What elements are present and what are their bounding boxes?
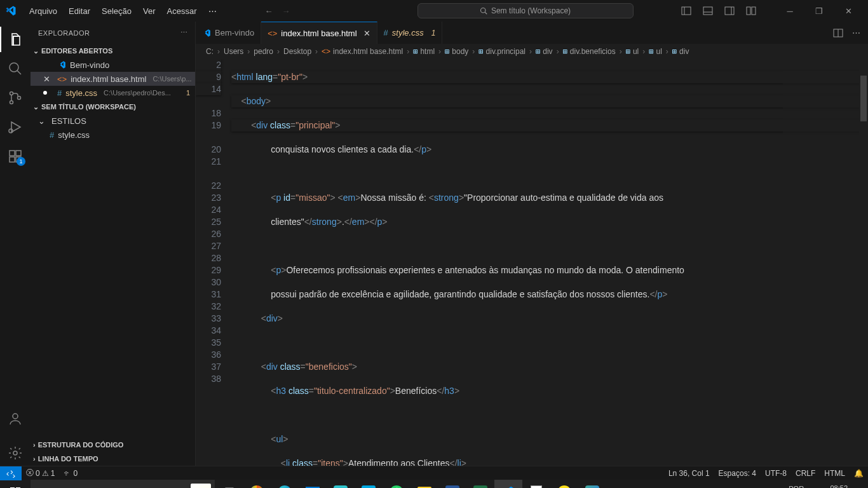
bc-pedro[interactable]: pedro	[254, 47, 273, 56]
maximize-button[interactable]: ❐	[804, 0, 834, 22]
section-workspace[interactable]: ⌄ SEM TÍTULO (WORKSPACE)	[31, 100, 195, 114]
menu-more[interactable]: ⋯	[203, 4, 222, 18]
bc-ul2[interactable]: ⊞ ul	[649, 47, 662, 56]
status-notifications[interactable]: 🔔	[850, 469, 868, 478]
activity-explorer[interactable]	[0, 27, 31, 52]
app-photos-icon[interactable]	[578, 480, 606, 488]
status-language[interactable]: HTML	[820, 469, 850, 478]
close-icon[interactable]: ✕	[363, 29, 370, 38]
app-norton-icon[interactable]: ✓	[550, 480, 578, 488]
tab-index[interactable]: <> index.html base.html ✕	[261, 22, 377, 44]
app-prime-icon[interactable]: prime	[355, 480, 383, 488]
split-editor-icon[interactable]	[833, 28, 843, 38]
bc-div[interactable]: ⊞ div	[536, 47, 553, 56]
menu-editar[interactable]: Editar	[64, 4, 95, 18]
explorer-more-icon[interactable]: ⋯	[180, 29, 188, 37]
app-notepad-icon[interactable]	[522, 480, 550, 488]
search-text: Sem título (Workspace)	[491, 6, 571, 15]
menu-acessar[interactable]: Acessar	[162, 4, 202, 18]
minimize-button[interactable]: ─	[775, 0, 804, 22]
status-spaces[interactable]: Espaços: 4	[714, 469, 761, 478]
bc-desktop[interactable]: Desktop	[283, 47, 311, 56]
bc-html[interactable]: ⊞ html	[413, 47, 435, 56]
open-editor-index[interactable]: ✕ <> index.html base.html C:\Users\p...	[31, 72, 195, 86]
open-editor-stylecss[interactable]: # style.css C:\Users\pedro\Des... 1	[31, 86, 195, 100]
svg-rect-8	[747, 7, 750, 15]
app-explorer-icon[interactable]	[410, 480, 438, 488]
activity-accounts[interactable]	[0, 406, 31, 431]
close-button[interactable]: ✕	[834, 0, 863, 22]
layout-icon-3[interactable]	[724, 6, 735, 16]
activity-settings[interactable]	[0, 440, 31, 466]
open-editor-label: Bem-vindo	[70, 60, 109, 70]
vscode-logo-icon	[5, 5, 17, 17]
nav-forward-icon[interactable]: →	[282, 6, 290, 16]
tag-icon: ⊞	[672, 47, 677, 56]
tag-icon: ⊞	[478, 47, 483, 56]
app-edge-icon[interactable]	[271, 480, 299, 488]
tab-stylecss[interactable]: # style.css 1	[377, 22, 443, 44]
menu-arquivo[interactable]: Arquivo	[24, 4, 62, 18]
app-vscode-icon[interactable]	[494, 480, 522, 488]
section-outline[interactable]: › ESTRUTURA DO CÓDIGO	[31, 438, 195, 452]
tab-label: Bem-vindo	[215, 28, 254, 37]
minimap[interactable]	[783, 59, 859, 440]
tray-language[interactable]: PORPTB2	[787, 485, 805, 488]
line-gutter: 2 9 14 18 19 20 21 22 23 24 25 26 27 28 …	[196, 59, 231, 466]
breadcrumb[interactable]: C:› Users› pedro› Desktop› <> index.html…	[196, 44, 868, 59]
app-word-icon[interactable]: W	[438, 480, 466, 488]
bc-c[interactable]: C:	[206, 47, 214, 56]
code-content[interactable]: <html lang="pt-br"> <body> <div class="p…	[231, 59, 868, 466]
bc-ul[interactable]: ⊞ ul	[626, 47, 639, 56]
bc-div2[interactable]: ⊞ div	[672, 47, 689, 56]
status-encoding[interactable]: UTF-8	[761, 469, 791, 478]
tray-clock[interactable]: 08:5209/10/2024	[809, 484, 851, 488]
status-problems[interactable]: ⓧ0 ⚠1	[22, 468, 59, 478]
taskbar-search[interactable]: Pesquisar	[31, 480, 215, 488]
open-editor-bemvindo[interactable]: Bem-vindo	[31, 58, 195, 72]
remote-button[interactable]	[0, 466, 22, 480]
status-eol[interactable]: CRLF	[791, 469, 820, 478]
app-mail-icon[interactable]: ✉	[299, 480, 327, 488]
layout-icon-1[interactable]	[681, 6, 691, 16]
chevron-down-icon: ⌄	[33, 103, 39, 111]
chevron-right-icon: ›	[33, 441, 36, 449]
tag-icon: ⊞	[413, 47, 417, 56]
scrollbar-thumb[interactable]	[860, 76, 867, 121]
command-center[interactable]: Sem título (Workspace)	[417, 3, 634, 18]
tab-label: index.html base.html	[281, 29, 356, 38]
close-icon[interactable]: ✕	[43, 74, 53, 84]
more-actions-icon[interactable]: ⋯	[852, 28, 860, 37]
svg-rect-16	[10, 151, 15, 156]
bc-beneficios[interactable]: ⊞ div.beneficios	[563, 47, 616, 56]
start-button[interactable]	[0, 480, 31, 488]
tab-bemvindo[interactable]: Bem-vindo	[196, 22, 261, 44]
code-area[interactable]: 2 9 14 18 19 20 21 22 23 24 25 26 27 28 …	[196, 59, 868, 466]
app-copilot-icon[interactable]	[243, 480, 271, 488]
app-store-icon[interactable]	[327, 480, 355, 488]
menu-selecao[interactable]: Seleção	[97, 4, 137, 18]
file-stylecss[interactable]: # style.css	[31, 128, 195, 142]
bc-body[interactable]: ⊞ body	[445, 47, 468, 56]
bc-principal[interactable]: ⊞ div.principal	[478, 47, 526, 56]
layout-icon-4[interactable]	[746, 6, 756, 16]
folder-estilos[interactable]: ⌄ ESTILOS	[31, 114, 195, 128]
nav-back-icon[interactable]: ←	[265, 6, 273, 16]
section-open-editors[interactable]: ⌄ EDITORES ABERTOS	[31, 44, 195, 58]
bc-users[interactable]: Users	[224, 47, 243, 56]
chevron-down-icon: ⌄	[38, 116, 45, 126]
section-timeline[interactable]: › LINHA DO TEMPO	[31, 452, 195, 466]
bc-file[interactable]: <> index.html base.html	[322, 47, 403, 56]
status-ports[interactable]: ᯤ0	[59, 469, 82, 478]
app-excel-icon[interactable]: X	[466, 480, 494, 488]
menu-ver[interactable]: Ver	[138, 4, 161, 18]
activity-run-debug[interactable]	[0, 114, 31, 140]
activity-extensions[interactable]: 1	[0, 144, 31, 169]
status-lncol[interactable]: Ln 36, Col 1	[664, 469, 714, 478]
layout-icon-2[interactable]	[703, 6, 713, 16]
activity-search[interactable]	[0, 56, 31, 81]
activity-source-control[interactable]	[0, 85, 31, 111]
app-whatsapp-icon[interactable]: ✆	[383, 480, 410, 488]
scrollbar-vertical[interactable]	[859, 59, 868, 466]
task-view-icon[interactable]	[215, 480, 243, 488]
